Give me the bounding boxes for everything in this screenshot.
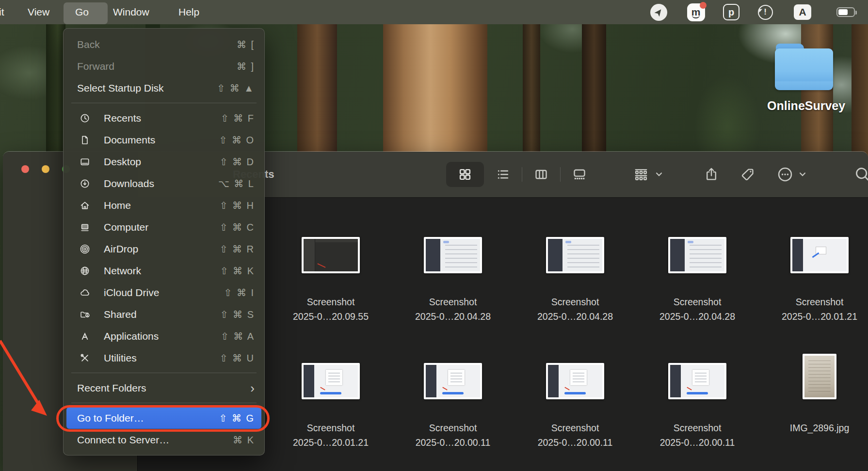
file-grid-row: Screenshot2025-0…20.09.55 Screenshot2025… xyxy=(270,225,868,324)
group-by-icon xyxy=(633,167,649,182)
download-circle-icon xyxy=(79,178,91,189)
menu-item-desktop[interactable]: Desktop⇧ ⌘ D xyxy=(64,151,264,173)
menu-item-forward: Forward⌘ ] xyxy=(64,55,264,77)
laptop-icon xyxy=(79,221,91,233)
file-thumbnail xyxy=(803,354,836,399)
file-name: IMG_2896.jpg xyxy=(790,421,850,435)
file-item[interactable]: Screenshot2025-0…20.09.55 xyxy=(270,225,392,324)
file-thumbnail xyxy=(546,363,604,399)
mail-app-icon: m xyxy=(687,3,705,21)
sync-error-icon: ! xyxy=(758,5,773,20)
parallels-icon: p xyxy=(723,4,739,20)
menu-item-select-startup-disk[interactable]: Select Startup Disk⇧ ⌘ ▲ xyxy=(64,77,264,99)
desktop-folder-onlinesurvey[interactable]: OnlineSurvey xyxy=(767,44,841,113)
menu-separator xyxy=(71,103,257,103)
file-item[interactable]: Screenshot2025-0…20.01.21 xyxy=(758,225,868,324)
menu-item-applications[interactable]: Applications⇧ ⌘ A xyxy=(64,325,264,347)
search-button[interactable] xyxy=(854,162,868,187)
chevron-down-icon xyxy=(797,169,808,180)
shared-folder-icon xyxy=(79,309,91,320)
input-source-icon: A xyxy=(794,4,811,20)
menu-item-airdrop[interactable]: AirDrop⇧ ⌘ R xyxy=(64,238,264,260)
file-grid-row: Screenshot2025-0…20.01.21 Screenshot2025… xyxy=(270,351,868,450)
menu-separator xyxy=(71,373,257,373)
file-thumbnail xyxy=(424,363,482,399)
menu-separator xyxy=(71,403,257,403)
menu-item-home[interactable]: Home⇧ ⌘ H xyxy=(64,194,264,216)
file-item[interactable]: IMG_2896.jpg xyxy=(758,351,868,450)
minimize-button[interactable] xyxy=(42,165,49,173)
menu-item-documents[interactable]: Documents⇧ ⌘ O xyxy=(64,129,264,151)
window-controls xyxy=(21,165,70,173)
location-menu-extra[interactable] xyxy=(650,0,667,24)
file-thumbnail xyxy=(546,237,604,273)
parallels-menu-extra[interactable]: p xyxy=(723,0,739,24)
screen: OnlineSurvey Recents xyxy=(0,0,868,471)
close-button[interactable] xyxy=(21,165,29,173)
battery-icon xyxy=(836,7,855,17)
share-button[interactable] xyxy=(702,162,721,187)
file-name: Screenshot2025-0…20.09.55 xyxy=(293,295,369,324)
folder-icon xyxy=(775,44,833,90)
more-options-button[interactable] xyxy=(777,162,808,187)
menu-item-recents[interactable]: Recents⇧ ⌘ F xyxy=(64,107,264,129)
home-icon xyxy=(79,200,91,211)
group-button[interactable] xyxy=(633,162,664,187)
file-item[interactable]: Screenshot2025-0…20.01.21 xyxy=(270,351,392,450)
menu-item-shared[interactable]: Shared⇧ ⌘ S xyxy=(64,303,264,325)
column-view-button[interactable] xyxy=(522,162,560,187)
file-item[interactable]: Screenshot2025-0…20.04.28 xyxy=(636,225,758,324)
menu-edit-partial[interactable]: it xyxy=(0,0,6,24)
input-source-menu-extra[interactable]: A xyxy=(794,0,811,24)
file-thumbnail xyxy=(668,363,726,399)
menu-item-computer[interactable]: Computer⇧ ⌘ C xyxy=(64,216,264,238)
grid-view-icon xyxy=(458,167,472,182)
airdrop-icon xyxy=(79,243,91,255)
menu-item-recent-folders[interactable]: Recent Folders › xyxy=(64,377,264,399)
menu-item-utilities[interactable]: Utilities⇧ ⌘ U xyxy=(64,347,264,369)
view-mode-segment xyxy=(446,162,598,187)
list-view-icon xyxy=(496,167,510,182)
utilities-icon xyxy=(79,352,91,364)
folder-label: OnlineSurvey xyxy=(767,99,841,113)
file-name: Screenshot2025-0…20.04.28 xyxy=(537,295,613,324)
file-thumbnail xyxy=(302,363,360,399)
desktop-icon xyxy=(79,156,91,168)
menu-item-icloud-drive[interactable]: iCloud Drive⇧ ⌘ I xyxy=(64,282,264,303)
menu-item-connect-to-server[interactable]: Connect to Server…⌘ K xyxy=(64,429,264,451)
appstore-icon xyxy=(79,330,91,342)
menu-item-downloads[interactable]: Downloads⌥ ⌘ L xyxy=(64,173,264,194)
file-thumbnail xyxy=(424,237,482,273)
file-name: Screenshot2025-0…20.00.11 xyxy=(416,421,491,450)
file-thumbnail xyxy=(790,237,849,273)
file-item[interactable]: Screenshot2025-0…20.04.28 xyxy=(392,225,514,324)
notification-badge xyxy=(700,2,707,9)
location-icon xyxy=(650,4,667,21)
mail-app-menu-extra[interactable]: m xyxy=(687,0,705,24)
file-name: Screenshot2025-0…20.01.21 xyxy=(782,295,857,324)
document-icon xyxy=(79,134,91,146)
file-thumbnail xyxy=(302,237,360,273)
annotation-ring xyxy=(56,405,270,432)
menu-help[interactable]: Help xyxy=(177,0,201,24)
tags-button[interactable] xyxy=(738,162,757,187)
chevron-down-icon xyxy=(654,169,664,180)
file-item[interactable]: Screenshot2025-0…20.00.11 xyxy=(636,351,758,450)
menu-item-network[interactable]: Network⇧ ⌘ K xyxy=(64,260,264,282)
battery-menu-extra[interactable] xyxy=(835,0,856,24)
file-thumbnail xyxy=(668,237,726,273)
gallery-view-button[interactable] xyxy=(561,162,598,187)
file-item[interactable]: Screenshot2025-0…20.00.11 xyxy=(392,351,514,450)
file-item[interactable]: Screenshot2025-0…20.00.11 xyxy=(514,351,636,450)
list-view-button[interactable] xyxy=(484,162,522,187)
icon-view-button[interactable] xyxy=(446,162,484,187)
menu-go[interactable]: Go xyxy=(73,0,91,24)
menu-bar: it View Go Window Help m p ! A xyxy=(0,0,868,24)
file-item[interactable]: Screenshot2025-0…20.04.28 xyxy=(514,225,636,324)
file-name: Screenshot2025-0…20.04.28 xyxy=(659,295,735,324)
sync-error-menu-extra[interactable]: ! xyxy=(757,0,773,24)
ellipsis-circle-icon xyxy=(777,166,793,183)
globe-icon xyxy=(79,265,91,277)
menu-view[interactable]: View xyxy=(26,0,51,24)
menu-window[interactable]: Window xyxy=(111,0,151,24)
